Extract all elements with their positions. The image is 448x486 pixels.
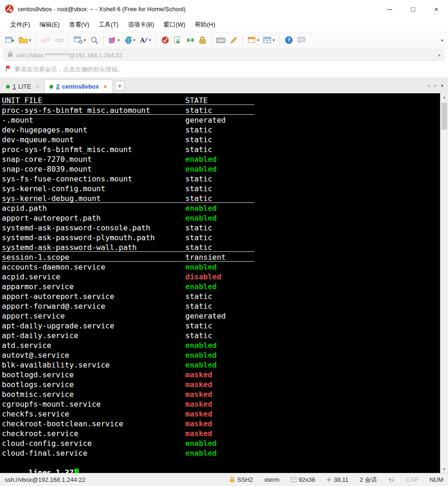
terminal-header-row: UNIT FILE STATE — [2, 96, 440, 105]
terminal-row: bootlogs.servicemasked — [2, 380, 440, 389]
toolbar: A ? — [0, 32, 448, 49]
menu-tools[interactable]: 工具(T) — [94, 19, 123, 31]
terminal-row: snap-core-7270.mountenabled — [2, 154, 440, 164]
terminal-row: session-1.scopetransient — [2, 252, 440, 262]
tab-scroll-right-icon[interactable]: ▸ — [434, 82, 437, 89]
new-terminal-icon[interactable] — [4, 35, 16, 46]
font-icon[interactable]: A — [138, 35, 153, 46]
terminal-row: dev-mqueue.mountstatic — [2, 135, 440, 145]
layout-icon[interactable] — [262, 35, 276, 45]
highlight-icon[interactable] — [228, 35, 239, 46]
tab-scroll-left-icon[interactable]: ◂ — [427, 82, 430, 89]
terminal-row: atd.serviceenabled — [2, 340, 440, 350]
tab-number: 1 — [13, 83, 16, 90]
ssh-lock-icon — [230, 477, 235, 483]
tab-centos8vbox[interactable]: 2centos8vbox × — [44, 79, 112, 93]
svg-text:?: ? — [287, 37, 291, 43]
session-count: 2 会话 — [360, 476, 377, 484]
maximize-button[interactable]: □ — [401, 0, 425, 18]
tab-close-icon[interactable]: × — [36, 83, 40, 90]
terminal-row: bootlogd.servicemasked — [2, 370, 440, 380]
address-row: ssh://vbox:**********@192.168.1.244:22 — [0, 49, 448, 62]
terminal-row: bootmisc.servicemasked — [2, 389, 440, 399]
lock-icon[interactable] — [197, 35, 208, 46]
open-session-icon[interactable] — [17, 35, 33, 46]
new-file-icon[interactable] — [107, 35, 121, 46]
flag-icon[interactable] — [5, 65, 11, 74]
menu-tab[interactable]: 选项卡(B) — [123, 19, 159, 31]
menu-view[interactable]: 查看(V) — [64, 19, 94, 31]
terminal-text: UNIT FILE STATE proc-sys-fs-binfmt_misc.… — [2, 96, 440, 473]
pager-text: lines 1-37 — [29, 468, 74, 473]
terminal-row: acpid.servicedisabled — [2, 272, 440, 282]
terminal-row: cloud-config.serviceenabled — [2, 438, 440, 448]
terminal-type: xterm — [264, 476, 280, 483]
status-bar: ssh://vbox@192.168.1.244:22 SSH2 xterm 9… — [0, 473, 448, 486]
terminal-row: dev-hugepages.mountstatic — [2, 125, 440, 135]
terminal-row: -.mountgenerated — [2, 115, 440, 125]
help-icon[interactable]: ? — [283, 35, 294, 46]
terminal-row: snap-core-8039.mountenabled — [2, 164, 440, 174]
xagent-icon[interactable] — [160, 35, 171, 46]
terminal-rows: proc-sys-fs-binfmt_misc.automountstatic-… — [2, 105, 440, 458]
terminal-size: 92x38 — [291, 476, 315, 483]
new-window-icon[interactable] — [246, 35, 261, 45]
col-unit-file: UNIT FILE — [2, 96, 42, 105]
menu-file[interactable]: 文件(F) — [6, 19, 35, 31]
scroll-down-icon[interactable] — [441, 465, 448, 473]
tab-number: 2 — [56, 83, 59, 90]
terminal-row: systemd-ask-password-wall.pathstatic — [2, 243, 440, 252]
cursor-position: 38,11 — [326, 476, 349, 483]
terminal-row: apport-autoreport.servicestatic — [2, 292, 440, 301]
menu-help[interactable]: 帮助(H) — [190, 19, 220, 31]
address-bar[interactable]: ssh://vbox:**********@192.168.1.244:22 — [4, 49, 444, 61]
scrollbar-thumb[interactable] — [441, 103, 447, 130]
terminal-row: apport.servicegenerated — [2, 311, 440, 321]
terminal-row: systemd-ask-password-console.pathstatic — [2, 223, 440, 233]
menu-bar: 文件(F) 编辑(E) 查看(V) 工具(T) 选项卡(B) 窗口(W) 帮助(… — [0, 18, 448, 32]
menu-window[interactable]: 窗口(W) — [159, 19, 190, 31]
tab-list-dropdown-icon[interactable]: ▾ — [441, 83, 443, 88]
toolbar-overflow-button[interactable] — [441, 38, 444, 43]
fullscreen-icon[interactable] — [185, 35, 196, 46]
title-bar: centos8vbox - root@vbox: ~ - Xshell 6 (F… — [0, 0, 448, 18]
info-bar: 要添加当前会话，点击左侧的箭头按钮。 — [0, 62, 448, 77]
terminal-row: acpid.pathenabled — [2, 203, 440, 213]
tab-lite[interactable]: 1LITE × — [1, 79, 44, 93]
new-tab-button[interactable]: + — [115, 81, 125, 91]
reconnect-icon[interactable] — [53, 35, 65, 45]
connected-dot-icon — [49, 85, 53, 89]
terminal-row: blk-availability.serviceenabled — [2, 360, 440, 370]
address-lock-icon — [7, 51, 13, 59]
terminal-cursor — [74, 469, 79, 473]
file-transfer-icon[interactable] — [172, 35, 183, 46]
size-icon — [291, 477, 296, 482]
scroll-up-icon[interactable] — [441, 93, 448, 101]
caps-lock-indicator: CAP — [406, 476, 419, 483]
virtual-keyboard-icon[interactable] — [215, 35, 227, 45]
menu-edit[interactable]: 编辑(E) — [35, 19, 64, 31]
tab-close-icon[interactable]: × — [104, 83, 107, 90]
terminal-row: proc-sys-fs-binfmt_misc.mountstatic — [2, 145, 440, 154]
minimize-button[interactable]: ─ — [378, 0, 401, 18]
terminal-row: apt-daily-upgrade.servicestatic — [2, 321, 440, 331]
close-button[interactable]: × — [425, 0, 448, 18]
terminal-row: apparmor.serviceenabled — [2, 282, 440, 292]
terminal-row: sys-fs-fuse-connections.mountstatic — [2, 174, 440, 184]
status-address: ssh://vbox@192.168.1.244:22 — [5, 476, 85, 483]
pager-line: lines 1-37 — [2, 458, 440, 468]
terminal-row: apt-daily.servicestatic — [2, 331, 440, 340]
disconnect-icon[interactable] — [40, 35, 52, 45]
terminal-scrollbar[interactable] — [440, 93, 448, 473]
terminal-row: proc-sys-fs-binfmt_misc.automountstatic — [2, 105, 440, 115]
terminal-row: cgroupfs-mount.servicemasked — [2, 399, 440, 409]
address-dropdown-icon[interactable] — [438, 53, 441, 58]
session-properties-icon[interactable] — [72, 35, 88, 46]
find-icon[interactable] — [89, 35, 100, 46]
terminal-row: checkroot.servicemasked — [2, 429, 440, 438]
terminal[interactable]: UNIT FILE STATE proc-sys-fs-binfmt_misc.… — [0, 93, 448, 473]
feedback-icon[interactable] — [296, 35, 307, 45]
terminal-row: apport-forward@.servicestatic — [2, 301, 440, 311]
encoding-icon[interactable] — [123, 35, 137, 46]
xshell-logo-icon — [5, 4, 14, 14]
